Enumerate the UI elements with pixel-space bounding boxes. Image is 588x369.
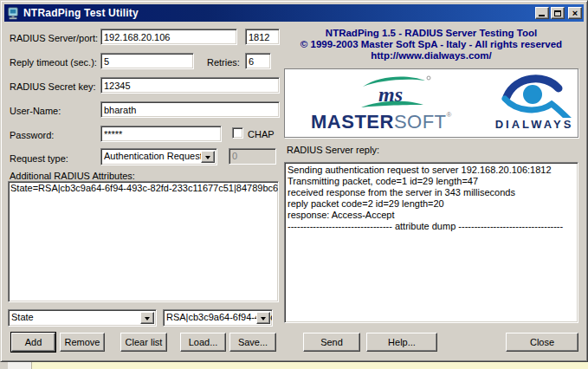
request-type-value: Authentication Request (104, 151, 203, 161)
reply-output[interactable]: Sending authentication request to server… (284, 162, 578, 323)
desktop-fragment (8, 361, 32, 369)
reply-label: RADIUS Server reply: (287, 145, 379, 155)
mastersoft-soft-text: SOFT (394, 111, 447, 133)
close-button[interactable]: × (568, 7, 582, 19)
attribute-name-dropdown-button[interactable] (140, 312, 154, 324)
remove-button[interactable]: Remove (60, 333, 105, 352)
logo-panel: ms MASTERSOFT® DIALWAYS (284, 68, 578, 138)
help-button[interactable]: Help... (366, 333, 437, 352)
attribute-row[interactable]: State=RSA|cb3c9a64-6f94-493c-82fd-233c11… (9, 182, 278, 194)
dialways-wordmark: DIALWAYS (486, 118, 583, 131)
request-type-dropdown-button[interactable] (201, 151, 215, 163)
close-icon: × (572, 9, 578, 17)
attribute-name-select[interactable]: State (8, 309, 157, 327)
chevron-down-icon (145, 317, 150, 323)
attribute-name-value: State (11, 312, 34, 322)
secret-key-input[interactable] (100, 77, 280, 94)
request-id-field: 0 (229, 148, 276, 165)
reply-line: response: Access-Accept (288, 210, 575, 221)
request-type-label: Request type: (10, 153, 68, 164)
username-input[interactable] (100, 101, 280, 118)
app-header-url: http://www.dialways.com/ (284, 50, 578, 61)
server-input[interactable] (100, 29, 237, 45)
port-input[interactable] (245, 29, 280, 45)
reply-line: reply packet code=2 id=29 length=20 (288, 198, 575, 210)
ntradping-window: NTRadPing Test Utility × RADIUS Server/p… (0, 0, 588, 362)
reply-line: Transmitting packet, code=1 id=29 length… (288, 176, 575, 187)
secret-key-label: RADIUS Secret key: (10, 81, 96, 92)
mastersoft-reg-mark: ® (447, 111, 452, 119)
attributes-list[interactable]: State=RSA|cb3c9a64-6f94-493c-82fd-233c11… (8, 181, 279, 302)
timeout-input[interactable] (100, 53, 194, 69)
password-label: Password: (10, 130, 54, 140)
save-button[interactable]: Save... (229, 333, 276, 352)
request-type-select[interactable]: Authentication Request (100, 148, 217, 165)
clear-list-button[interactable]: Clear list (120, 333, 167, 352)
app-header-line2: © 1999-2003 Master Soft SpA - Italy - Al… (284, 39, 578, 49)
maximize-button[interactable] (551, 7, 565, 19)
title-bar[interactable]: NTRadPing Test Utility × (4, 4, 584, 22)
retries-label: Retries: (207, 57, 240, 68)
mastersoft-master-text: MASTER (311, 111, 394, 133)
dialways-logo: DIALWAYS (491, 69, 578, 137)
attributes-label: Additional RADIUS Attributes: (10, 171, 135, 181)
window-title: NTRadPing Test Utility (23, 7, 535, 19)
username-label: User-Name: (10, 106, 61, 116)
mastersoft-ms-icon: ms (352, 73, 439, 111)
app-icon (7, 7, 20, 20)
close-action-button[interactable]: Close (506, 333, 578, 352)
mastersoft-logo: ms MASTERSOFT® (311, 71, 475, 137)
maximize-icon (554, 10, 561, 16)
timeout-label: Reply timeout (sec.): (10, 57, 97, 68)
desktop-fragment (0, 361, 8, 369)
chap-label: CHAP (248, 129, 275, 139)
minimize-button[interactable] (535, 7, 549, 19)
mastersoft-wordmark: MASTERSOFT® (311, 111, 480, 133)
add-button[interactable]: Add (11, 333, 55, 352)
retries-input[interactable] (245, 53, 271, 69)
chap-checkbox[interactable] (232, 127, 243, 139)
app-header-line1: NTRadPing 1.5 - RADIUS Server Testing To… (284, 28, 578, 38)
reply-line: --------------------------------- attrib… (288, 221, 575, 232)
chevron-down-icon (261, 317, 266, 323)
password-input[interactable] (100, 126, 222, 142)
minimize-icon (539, 15, 545, 16)
chevron-down-icon (205, 156, 210, 162)
attribute-value-dropdown-button[interactable] (256, 312, 270, 324)
reply-line: received response from the server in 343… (288, 187, 575, 198)
reply-line: Sending authentication request to server… (288, 165, 575, 176)
load-button[interactable]: Load... (180, 333, 226, 352)
server-port-label: RADIUS Server/port: (10, 33, 98, 43)
send-button[interactable]: Send (303, 333, 360, 352)
attribute-value-select[interactable]: RSA|cb3c9a64-6f94-493c-82fd-233c11677c51 (163, 309, 273, 327)
dialways-eye-icon (494, 71, 574, 118)
